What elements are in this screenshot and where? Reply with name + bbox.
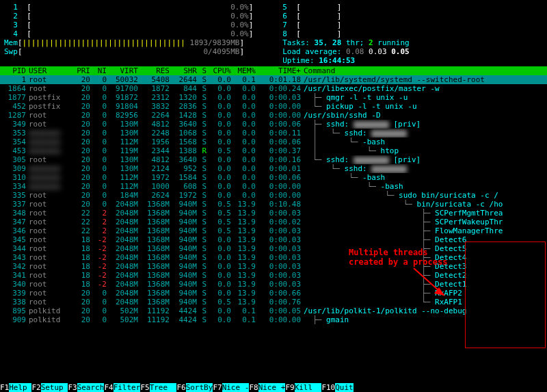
fkey-label-F4[interactable]: Filter xyxy=(114,383,141,392)
process-row[interactable]: 349root200130M48123640S0.00.00:00.06 ├─ … xyxy=(0,120,547,129)
process-row[interactable]: 309xxxxxxx200130M2124952S0.00.00:00.01 └… xyxy=(0,164,547,173)
cell-mem: 0.0 xyxy=(231,120,256,129)
fkey-F10[interactable]: F10 xyxy=(321,383,335,392)
process-row[interactable]: 453xxxxxxx200119M23441388R0.50.00:00.37 … xyxy=(0,146,547,155)
process-row[interactable]: 335root200184M26241972S0.00.00:00.00 └─ … xyxy=(0,191,547,200)
col-res[interactable]: RES xyxy=(138,66,170,75)
cell-ni: 0 xyxy=(90,289,107,298)
process-row-selected[interactable]: 1 root 20 0 50032 5408 2644 S 0.0 0.1 0:… xyxy=(0,75,547,84)
cell-user: root xyxy=(26,75,70,84)
cell-user: root xyxy=(26,262,70,271)
col-time[interactable]: TIME+ xyxy=(256,66,301,75)
cell-state: S xyxy=(197,155,206,164)
cell-ni: -2 xyxy=(90,280,107,289)
cell-ni: 0 xyxy=(90,182,107,191)
col-virt[interactable]: VIRT xyxy=(107,66,138,75)
fkey-label-F8[interactable]: Nice + xyxy=(258,383,286,392)
cell-pid: 349 xyxy=(1,120,26,129)
fkey-F3[interactable]: F3 xyxy=(68,383,77,392)
cell-cpu: 0.0 xyxy=(206,235,231,244)
cell-res: 3832 xyxy=(138,102,170,111)
col-mem[interactable]: MEM% xyxy=(231,66,256,75)
cell-time: 0:00.76 xyxy=(256,298,301,306)
fkey-F2[interactable]: F2 xyxy=(31,383,40,392)
fkey-F7[interactable]: F7 xyxy=(213,383,222,392)
cell-shr: 940M xyxy=(170,262,197,271)
function-key-bar[interactable]: F1Help F2Setup F3SearchF4FilterF5Tree F6… xyxy=(0,383,547,392)
cell-res: 11192 xyxy=(138,306,170,315)
cell-cpu: 0.0 xyxy=(206,306,231,315)
cell-mem: 0.0 xyxy=(231,84,256,93)
cell-command: └─ bin/suricata -c /ho xyxy=(301,200,546,209)
cell-user: root xyxy=(26,209,70,218)
col-cpu[interactable]: CPU% xyxy=(206,66,231,75)
cell-mem: 0.0 xyxy=(231,191,256,200)
fkey-label-F5[interactable]: Tree xyxy=(150,383,177,392)
fkey-F8[interactable]: F8 xyxy=(249,383,258,392)
cell-pid: 339 xyxy=(1,289,26,298)
fkey-label-F7[interactable]: Nice - xyxy=(222,383,250,392)
cell-user: root xyxy=(26,235,70,244)
fkey-F6[interactable]: F6 xyxy=(176,383,185,392)
process-row[interactable]: 310xxxxxxx200112M19721584S0.00.00:00.06 … xyxy=(0,173,547,182)
col-cmd[interactable]: Command xyxy=(301,66,546,75)
process-row[interactable]: 354xxxxxxx200112M19561568S0.00.00:00.06 … xyxy=(0,138,547,146)
process-row[interactable]: 346root2222048M1368M940MS0.513.90:00.03 … xyxy=(0,226,547,235)
col-shr[interactable]: SHR xyxy=(170,66,197,75)
cell-user: xxxxxxx xyxy=(26,173,70,182)
cell-ni: -2 xyxy=(90,253,107,262)
cell-res: 1368M xyxy=(138,244,170,253)
fkey-F1[interactable]: F1 xyxy=(0,383,9,392)
column-headers[interactable]: PID USER PRI NI VIRT RES SHR S CPU% MEM%… xyxy=(0,66,547,75)
cell-user: root xyxy=(26,298,70,306)
process-row[interactable]: 1864root200917001872844S0.00.00:00.24/us… xyxy=(0,84,547,93)
process-row[interactable]: 337root2002048M1368M940MS0.513.90:10.48 … xyxy=(0,200,547,209)
cell-res: 4812 xyxy=(138,120,170,129)
process-row[interactable]: 452postfix2009180438322836S0.00.00:00.00… xyxy=(0,102,547,111)
cell-res: 1368M xyxy=(138,298,170,306)
fkey-label-F6[interactable]: SortBy xyxy=(186,383,213,392)
col-pid[interactable]: PID xyxy=(1,66,26,75)
cell-shr: 3640 xyxy=(170,155,197,164)
cell-pid: 1864 xyxy=(1,84,26,93)
process-row[interactable]: 347root2222048M1368M940MS0.513.90:00.02 … xyxy=(0,218,547,226)
fkey-label-F9[interactable]: Kill xyxy=(295,383,322,392)
cell-pid: 305 xyxy=(1,155,26,164)
fkey-label-F3[interactable]: Search xyxy=(77,383,105,392)
cell-virt: 2048M xyxy=(107,200,138,209)
cell-res: 1872 xyxy=(138,84,170,93)
cell-pri: 20 xyxy=(70,191,90,200)
fkey-F4[interactable]: F4 xyxy=(104,383,113,392)
fkey-label-F2[interactable]: Setup xyxy=(41,383,68,392)
cell-time: 0:00.03 xyxy=(256,235,301,244)
cell-pid: 335 xyxy=(1,191,26,200)
annotation-arrow-icon xyxy=(410,265,451,306)
process-row[interactable]: 1287root2008295622641428S0.00.00:00.00/u… xyxy=(0,111,547,120)
cell-state: S xyxy=(197,262,206,271)
fkey-F5[interactable]: F5 xyxy=(140,383,149,392)
cell-user: polkitd xyxy=(26,315,70,324)
process-row[interactable]: 353xxxxxxx200130M22481068S0.00.00:00.11 … xyxy=(0,129,547,138)
process-row[interactable]: 1877postfix2009187223121320S0.00.00:00.0… xyxy=(0,93,547,102)
cell-pri: 18 xyxy=(70,280,90,289)
cell-shr: 940M xyxy=(170,218,197,226)
cell-user: root xyxy=(26,84,70,93)
cell-cpu: 0.5 xyxy=(206,200,231,209)
cell-mem: 0.0 xyxy=(231,173,256,182)
cell-user: root xyxy=(26,226,70,235)
fkey-F9[interactable]: F9 xyxy=(285,383,294,392)
col-pri[interactable]: PRI xyxy=(70,66,90,75)
col-s[interactable]: S xyxy=(197,66,206,75)
fkey-label-F1[interactable]: Help xyxy=(9,383,31,392)
fkey-label-F10[interactable]: Quit xyxy=(335,383,353,392)
cell-ni: 2 xyxy=(90,209,107,218)
col-user[interactable]: USER xyxy=(26,66,70,75)
cell-res: 1368M xyxy=(138,262,170,271)
cell-command: /usr/libexec/postfix/master -w xyxy=(301,84,546,93)
col-ni[interactable]: NI xyxy=(90,66,107,75)
process-row[interactable]: 348root2222048M1368M940MS0.513.90:00.03 … xyxy=(0,209,547,218)
process-row[interactable]: 334xxxxxxx200112M1000608S0.00.00:00.00 └… xyxy=(0,182,547,191)
cell-cpu: 0.0 xyxy=(206,191,231,200)
cell-virt: 2048M xyxy=(107,218,138,226)
process-row[interactable]: 305root200130M48123640S0.00.00:00.16 └─ … xyxy=(0,155,547,164)
